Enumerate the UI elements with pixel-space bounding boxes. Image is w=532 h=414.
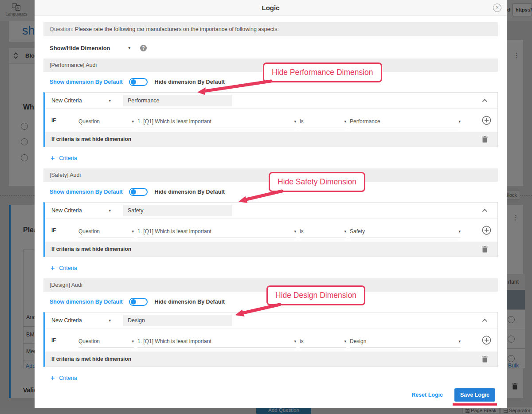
delete-criteria-icon[interactable] (482, 136, 488, 143)
show-dimension-default-label: Show dimension By Default (50, 299, 123, 305)
add-condition-icon[interactable] (482, 336, 491, 345)
criteria-name-dropdown[interactable]: New Criteria ▾ (51, 317, 111, 324)
chevron-down-icon: ▾ (458, 119, 461, 124)
add-criteria-label: Criteria (59, 155, 77, 161)
dimension-default-toggle[interactable] (129, 298, 148, 306)
if-label: IF (51, 117, 60, 123)
logic-type-value: Show/Hide Dimension (50, 45, 110, 51)
condition-question-dropdown[interactable]: 1. [Q1] Which is least important ▾ (137, 115, 296, 128)
modal-header: Logic × (35, 0, 507, 16)
condition-row: IF Question ▾ 1. [Q1] Which is least imp… (45, 219, 497, 242)
question-bar-label: Question: (50, 26, 74, 32)
chevron-down-icon: ▾ (132, 339, 134, 344)
chevron-down-icon: ▾ (344, 119, 346, 124)
condition-value-dropdown[interactable]: Safety ▾ (350, 225, 461, 238)
chevron-down-icon: ▾ (128, 46, 130, 50)
criteria-met-row: If criteria is met hide dimension (45, 352, 497, 367)
condition-value-dropdown[interactable]: Performance ▾ (350, 115, 461, 128)
chevron-down-icon: ▾ (109, 98, 111, 103)
criteria-name-dropdown[interactable]: New Criteria ▾ (51, 207, 111, 214)
add-condition-icon[interactable] (482, 226, 491, 235)
condition-operator-dropdown[interactable]: is ▾ (300, 335, 346, 348)
chevron-down-icon: ▾ (344, 339, 346, 344)
criteria-met-row: If criteria is met hide dimension (45, 242, 497, 257)
add-criteria-button[interactable]: + Criteria (43, 154, 498, 162)
annotation-arrow-icon (196, 302, 281, 317)
chevron-down-icon: ▾ (109, 208, 111, 213)
dimension-name-input[interactable] (123, 205, 232, 216)
add-criteria-button[interactable]: + Criteria (43, 264, 498, 272)
add-condition-icon[interactable] (482, 116, 491, 125)
logic-type-row: Show/Hide Dimension ▾ ? (43, 43, 498, 53)
toggle-knob-icon (131, 299, 136, 305)
modal-title: Logic (262, 4, 280, 12)
collapse-chevron-icon[interactable] (482, 209, 488, 212)
question-bar: Question: Please rate the following car … (43, 22, 498, 36)
criteria-met-text: If criteria is met hide dimension (51, 136, 131, 142)
condition-type-dropdown[interactable]: Question ▾ (78, 225, 134, 238)
plus-icon: + (51, 374, 55, 382)
dimension-name-input[interactable] (123, 95, 232, 106)
toggle-knob-icon (131, 79, 136, 85)
dimension-header-label: [Design] Audi (50, 282, 82, 288)
condition-row: IF Question ▾ 1. [Q1] Which is least imp… (45, 328, 497, 352)
collapse-chevron-icon[interactable] (482, 319, 488, 322)
help-icon[interactable]: ? (140, 45, 147, 51)
chevron-down-icon: ▾ (132, 119, 134, 124)
chevron-down-icon: ▾ (109, 318, 111, 323)
criteria-met-row: If criteria is met hide dimension (45, 132, 497, 147)
annotation-hide-performance: Hide Performance Dimension (263, 62, 382, 82)
condition-row: IF Question ▾ 1. [Q1] Which is least imp… (45, 109, 497, 132)
chevron-down-icon: ▾ (344, 229, 346, 234)
show-dimension-default-label: Show dimension By Default (50, 79, 123, 85)
chevron-down-icon: ▾ (458, 229, 461, 234)
condition-value-dropdown[interactable]: Design ▾ (350, 335, 461, 348)
plus-icon: + (51, 264, 55, 272)
close-icon[interactable]: × (493, 4, 501, 12)
condition-operator-dropdown[interactable]: is ▾ (300, 115, 346, 128)
criteria-name-value: New Criteria (51, 207, 82, 214)
dimension-default-toggle[interactable] (129, 78, 148, 86)
logic-modal: Logic × Question: Please rate the follow… (35, 0, 507, 408)
toggle-knob-icon (131, 189, 136, 195)
chevron-down-icon: ▾ (458, 339, 461, 344)
dimension-header-label: [Safety] Audi (50, 172, 81, 178)
chevron-down-icon: ▾ (294, 119, 296, 124)
condition-operator-dropdown[interactable]: is ▾ (300, 225, 346, 238)
criteria-card: New Criteria ▾ IF Question ▾ 1. [Q1] Whi… (43, 312, 498, 367)
plus-icon: + (51, 154, 55, 162)
logic-type-dropdown[interactable]: Show/Hide Dimension ▾ (50, 45, 130, 51)
delete-criteria-icon[interactable] (482, 356, 488, 363)
show-dimension-default-label: Show dimension By Default (50, 189, 123, 195)
add-criteria-label: Criteria (59, 375, 77, 381)
reset-logic-button[interactable]: Reset Logic (411, 392, 443, 398)
if-label: IF (51, 337, 60, 343)
dimension-sections: [Performance] Audi Show dimension By Def… (43, 59, 498, 382)
condition-type-dropdown[interactable]: Question ▾ (78, 115, 134, 128)
criteria-met-text: If criteria is met hide dimension (51, 356, 131, 362)
dimension-default-toggle[interactable] (129, 188, 148, 196)
criteria-card: New Criteria ▾ IF Question ▾ 1. [Q1] Whi… (43, 202, 498, 257)
if-label: IF (51, 227, 60, 233)
dimension-header-label: [Performance] Audi (50, 62, 97, 68)
delete-criteria-icon[interactable] (482, 246, 488, 253)
chevron-down-icon: ▾ (132, 229, 134, 234)
modal-footer: Reset Logic Save Logic (43, 388, 498, 402)
criteria-met-text: If criteria is met hide dimension (51, 246, 131, 252)
condition-type-dropdown[interactable]: Question ▾ (78, 335, 134, 348)
criteria-card: New Criteria ▾ IF Question ▾ 1. [Q1] Whi… (43, 92, 498, 147)
annotation-arrow-icon (192, 79, 276, 96)
save-logic-button[interactable]: Save Logic (454, 388, 495, 402)
annotation-arrow-icon (201, 189, 285, 204)
question-bar-text: Please rate the following car manufactur… (75, 26, 279, 32)
chevron-down-icon: ▾ (294, 229, 296, 234)
criteria-name-value: New Criteria (51, 98, 82, 104)
criteria-name-value: New Criteria (51, 317, 82, 324)
annotation-hide-design: Hide Design Dimension (266, 285, 365, 305)
condition-question-dropdown[interactable]: 1. [Q1] Which is least important ▾ (137, 225, 296, 238)
criteria-name-dropdown[interactable]: New Criteria ▾ (51, 98, 111, 104)
condition-question-dropdown[interactable]: 1. [Q1] Which is least important ▾ (137, 335, 296, 348)
collapse-chevron-icon[interactable] (482, 99, 488, 102)
chevron-down-icon: ▾ (294, 339, 296, 344)
add-criteria-button[interactable]: + Criteria (43, 374, 498, 382)
